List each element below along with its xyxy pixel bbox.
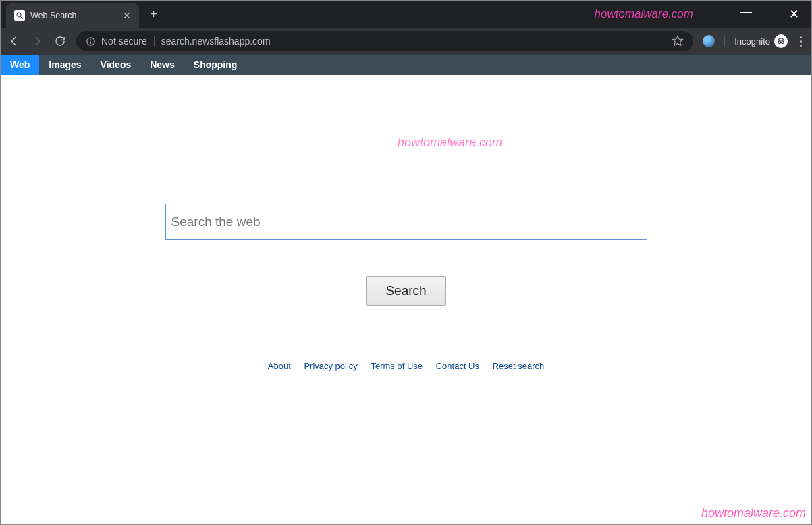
- footer-link-privacy[interactable]: Privacy policy: [304, 361, 357, 371]
- nav-tab-web[interactable]: Web: [1, 55, 39, 75]
- new-tab-button[interactable]: +: [144, 5, 163, 24]
- nav-tab-videos[interactable]: Videos: [91, 55, 141, 75]
- separator: [724, 36, 725, 47]
- incognito-indicator: Incognito: [734, 34, 788, 48]
- forward-button[interactable]: [30, 34, 44, 48]
- info-icon: [86, 36, 96, 47]
- back-button[interactable]: [7, 34, 21, 48]
- svg-point-6: [778, 41, 781, 44]
- tab-favicon: [14, 10, 25, 21]
- browser-tab[interactable]: Web Search ✕: [6, 3, 139, 28]
- incognito-label: Incognito: [734, 36, 770, 47]
- extension-icon[interactable]: [703, 35, 715, 47]
- close-window-button[interactable]: ✕: [789, 7, 799, 22]
- svg-point-0: [17, 13, 21, 17]
- footer-link-about[interactable]: About: [268, 361, 291, 371]
- incognito-icon: [774, 34, 788, 48]
- minimize-button[interactable]: —: [740, 5, 752, 19]
- svg-point-7: [782, 41, 784, 44]
- watermark-text: howtomalware.com: [701, 506, 806, 520]
- footer-link-reset-search[interactable]: Reset search: [493, 361, 545, 371]
- search-category-tabs: Web Images Videos News Shopping: [1, 55, 811, 75]
- chrome-menu-button[interactable]: [797, 36, 805, 47]
- search-button[interactable]: Search: [366, 276, 445, 306]
- close-tab-button[interactable]: ✕: [123, 10, 131, 21]
- nav-tab-news[interactable]: News: [140, 55, 184, 75]
- tab-title: Web Search: [30, 11, 77, 20]
- svg-line-1: [21, 17, 23, 19]
- reload-button[interactable]: [53, 34, 67, 48]
- maximize-button[interactable]: [767, 11, 774, 18]
- security-label: Not secure: [101, 36, 147, 47]
- url-text: search.newsflashapp.com: [161, 36, 271, 47]
- bookmark-star-icon[interactable]: [672, 34, 684, 49]
- watermark-text: howtomalware.com: [88, 136, 811, 150]
- nav-tab-shopping[interactable]: Shopping: [184, 55, 247, 75]
- separator: [154, 36, 155, 47]
- footer-link-contact[interactable]: Contact Us: [436, 361, 479, 371]
- watermark-text: howtomalware.com: [595, 7, 693, 21]
- address-bar: Not secure search.newsflashapp.com Incog…: [1, 28, 811, 55]
- window-controls: — ✕: [728, 1, 811, 28]
- omnibox[interactable]: Not secure search.newsflashapp.com: [76, 31, 693, 51]
- security-indicator[interactable]: Not secure: [86, 36, 147, 47]
- footer-links: About Privacy policy Terms of Use Contac…: [1, 361, 811, 371]
- search-input[interactable]: [165, 204, 647, 240]
- nav-tab-images[interactable]: Images: [39, 55, 90, 75]
- window-titlebar: Web Search ✕ + howtomalware.com — ✕: [1, 1, 811, 28]
- svg-marker-5: [673, 36, 683, 45]
- page-content: howtomalware.com Search About Privacy po…: [1, 75, 811, 524]
- footer-link-terms[interactable]: Terms of Use: [371, 361, 423, 371]
